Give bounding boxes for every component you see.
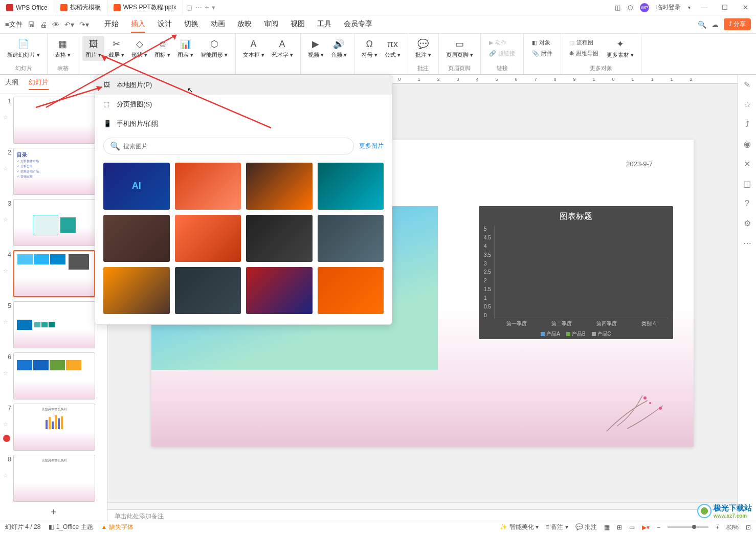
zoom-level[interactable]: 83% [726, 524, 739, 531]
ribbon-截屏[interactable]: ✂截屏 ▾ [105, 36, 127, 61]
more-images-link[interactable]: 更多图片 [359, 142, 384, 150]
preview-icon[interactable]: 👁 [52, 20, 59, 29]
new-tab-icon[interactable]: + [205, 4, 209, 11]
menu-tab-工具[interactable]: 工具 [317, 16, 331, 33]
stock-image-8[interactable] [103, 267, 170, 314]
ribbon-流程图[interactable]: ⬚流程图 [567, 38, 601, 48]
ribbon-符号[interactable]: Ω符号 ▾ [359, 36, 381, 61]
ribbon-更多素材[interactable]: ✦更多素材 ▾ [604, 36, 637, 61]
undo-icon[interactable]: ↶▾ [64, 20, 74, 29]
menu-tab-插入[interactable]: 插入 [131, 16, 145, 33]
slide-thumb-1[interactable]: 1☆ [3, 97, 104, 144]
zoom-out-icon[interactable]: − [657, 524, 660, 531]
cloud-icon[interactable]: ☁ [711, 20, 719, 29]
ribbon-智能图形[interactable]: ⬡智能图形 ▾ [197, 36, 231, 61]
dropdown-option-2[interactable]: 📱手机图片/拍照 [95, 114, 392, 134]
slide-list[interactable]: 1☆2☆目录✓ 分析整体市场✓ 分析公司✓ 按推介绍产品✓ 营销定案3☆4☆5☆… [0, 94, 107, 502]
new-slide-button[interactable]: + [0, 502, 107, 523]
slide-thumb-5[interactable]: 5☆ [3, 301, 104, 348]
menu-tab-开始[interactable]: 开始 [104, 16, 119, 33]
fit-icon[interactable]: ⊡ [746, 524, 751, 531]
slide-thumb-8[interactable]: 8☆比较具体增长系列 [3, 455, 104, 502]
user-avatar[interactable]: WP [640, 3, 649, 12]
slide-thumb-4[interactable]: 4☆ [3, 250, 104, 297]
slide-thumb-3[interactable]: 3☆ [3, 199, 104, 246]
view-reading-icon[interactable]: ▭ [629, 524, 635, 531]
help-icon[interactable]: ? [745, 199, 749, 208]
stock-image-10[interactable] [246, 267, 313, 314]
image-search-box[interactable]: 🔍 [103, 138, 354, 154]
ribbon-文本框[interactable]: A文本框 ▾ [240, 36, 268, 61]
maximize-icon[interactable]: ☐ [718, 4, 731, 11]
ribbon-公式[interactable]: πx公式 ▾ [382, 36, 404, 61]
stock-image-2[interactable] [246, 163, 313, 210]
user-label[interactable]: 临时登录 [656, 3, 681, 12]
smart-beautify-button[interactable]: ✨ 智能美化 ▾ [500, 523, 539, 531]
tab-wps-office[interactable]: WPS Office [0, 0, 54, 15]
slide-thumb-7[interactable]: 7☆比较具体增长系列 [3, 404, 104, 451]
ribbon-附件[interactable]: 📎附件 [530, 49, 554, 58]
search-icon[interactable]: 🔍 [698, 20, 706, 29]
dropdown-option-1[interactable]: ⬚分页插图(S) [95, 95, 392, 114]
dropdown-option-0[interactable]: 🖼本地图片(P) [95, 75, 392, 95]
menu-tab-设计[interactable]: 设计 [158, 16, 172, 33]
ribbon-音频[interactable]: 🔊音频 ▾ [328, 36, 350, 61]
minimize-icon[interactable]: — [698, 4, 711, 11]
stock-image-11[interactable] [318, 267, 384, 314]
menu-tab-会员专享[interactable]: 会员专享 [344, 16, 372, 33]
more-icon[interactable]: ⋯ [743, 238, 751, 248]
ribbon-形状[interactable]: ◇形状 ▾ [128, 36, 150, 61]
ribbon-艺术字[interactable]: A艺术字 ▾ [269, 36, 296, 61]
tab-current-file[interactable]: WPS PPT教程.pptx [107, 0, 183, 15]
tab-dropdown-icon[interactable]: ▾ [212, 4, 215, 11]
panel-icon[interactable]: ◫ [615, 4, 620, 11]
missing-font-warning[interactable]: ▲ 缺失字体 [101, 523, 134, 531]
comments-button[interactable]: 💬 批注 [575, 523, 597, 531]
share-button[interactable]: ⤴ 分享 [724, 18, 751, 30]
ribbon-图表[interactable]: 📊图表 ▾ [174, 36, 196, 61]
export-icon[interactable]: ⤴ [745, 120, 749, 129]
ribbon-视频[interactable]: ▶视频 ▾ [305, 36, 327, 61]
menu-tab-切换[interactable]: 切换 [184, 16, 198, 33]
zoom-in-icon[interactable]: + [716, 524, 719, 531]
tab-slides[interactable]: 幻灯片 [29, 78, 49, 90]
stock-image-9[interactable] [175, 267, 241, 314]
ribbon-批注[interactable]: 💬批注 ▾ [412, 36, 434, 61]
slide-thumb-6[interactable]: 6☆ [3, 352, 104, 399]
stock-image-5[interactable] [175, 215, 241, 262]
menu-tab-放映[interactable]: 放映 [237, 16, 252, 33]
menu-tab-审阅[interactable]: 审阅 [264, 16, 278, 33]
stock-image-6[interactable] [246, 215, 313, 262]
tools-icon[interactable]: ✕ [744, 159, 750, 169]
redo-icon[interactable]: ↷▾ [79, 20, 89, 29]
cube-icon[interactable]: ⬡ [628, 4, 633, 11]
theme-label[interactable]: ◧ 1_Office 主题 [49, 523, 93, 531]
close-icon[interactable]: ✕ [739, 4, 752, 11]
tab-docer[interactable]: 找稻壳模板 [54, 0, 107, 15]
ribbon-思维导图[interactable]: ❋思维导图 [567, 49, 601, 58]
ribbon-页眉页脚[interactable]: ▭页眉页脚 ▾ [443, 36, 476, 61]
slide-thumb-2[interactable]: 2☆目录✓ 分析整体市场✓ 分析公司✓ 按推介绍产品✓ 营销定案 [3, 148, 104, 195]
menu-tab-动画[interactable]: 动画 [211, 16, 225, 33]
stock-image-7[interactable] [318, 215, 384, 262]
zoom-slider[interactable] [668, 526, 708, 528]
image-search-input[interactable] [123, 143, 347, 150]
notes-button[interactable]: ≡ 备注 ▾ [546, 523, 568, 531]
save-icon[interactable]: 🖫 [28, 20, 35, 29]
layers-icon[interactable]: ◫ [743, 179, 751, 189]
tab-menu-icon[interactable]: ▢ [186, 4, 192, 11]
ribbon-表格[interactable]: ▦表格 ▾ [52, 36, 74, 61]
ribbon-对象[interactable]: ◧对象 [530, 38, 554, 48]
slideshow-icon[interactable]: ▶▾ [642, 524, 650, 531]
menu-tab-视图[interactable]: 视图 [291, 16, 305, 33]
view-sorter-icon[interactable]: ⊞ [617, 524, 622, 531]
view-normal-icon[interactable]: ▦ [604, 524, 610, 531]
slide-chart[interactable]: 图表标题 54.543.532.521.510.50 第一季度第二季度第四季度类… [479, 206, 673, 339]
print-icon[interactable]: 🖨 [40, 20, 47, 29]
palette-icon[interactable]: ◉ [744, 139, 751, 149]
stock-image-1[interactable] [175, 163, 241, 210]
stock-image-4[interactable] [103, 215, 170, 262]
stock-image-3[interactable] [318, 163, 384, 210]
horizontal-scrollbar[interactable] [107, 502, 738, 509]
stock-image-0[interactable]: AI [103, 163, 170, 210]
